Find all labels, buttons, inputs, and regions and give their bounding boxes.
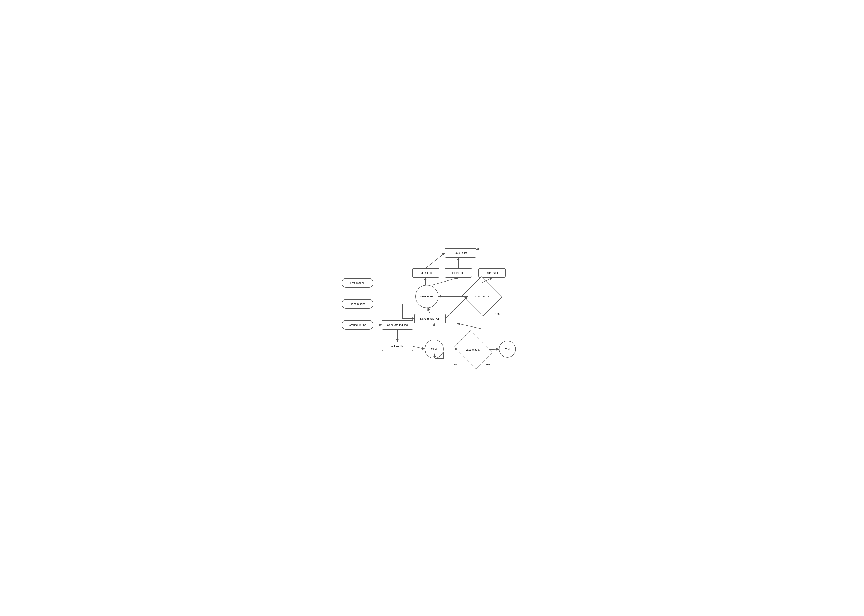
flowchart-container: Save In list Patch Left Right Pos Right … (338, 241, 527, 375)
svg-line-14 (426, 253, 445, 268)
svg-line-26 (489, 349, 499, 350)
svg-line-13 (482, 278, 492, 283)
svg-line-10 (428, 308, 430, 314)
svg-line-20 (457, 323, 482, 329)
svg-line-21 (446, 297, 467, 319)
svg-line-8 (413, 346, 425, 349)
svg-line-12 (433, 278, 458, 285)
arrows-svg (338, 241, 527, 375)
